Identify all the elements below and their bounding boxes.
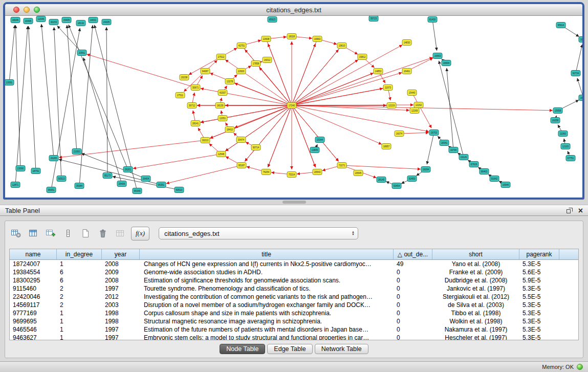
graph-node[interactable]: 18132: [76, 20, 85, 26]
graph-node[interactable]: 16702: [429, 130, 439, 136]
column-header-out_de[interactable]: △ out_de...: [394, 249, 432, 259]
tab-node-table[interactable]: Node Table: [220, 344, 265, 354]
graph-node[interactable]: 16746: [579, 37, 582, 42]
graph-node[interactable]: 19610: [337, 43, 346, 49]
graph-node[interactable]: 20543: [313, 169, 322, 175]
graph-node[interactable]: 35084: [75, 183, 84, 189]
graph-node[interactable]: 91642: [490, 176, 499, 182]
graph-node[interactable]: 42007: [218, 90, 227, 96]
graph-node[interactable]: 94087: [201, 69, 210, 74]
graph-node[interactable]: 92450: [407, 176, 417, 182]
graph-node[interactable]: 67751: [566, 156, 575, 161]
graph-node[interactable]: 14031: [89, 17, 98, 23]
graph-node[interactable]: 18957: [382, 144, 391, 149]
canvas-horizontal-scrollbar[interactable]: [282, 201, 306, 204]
graph-node[interactable]: 28145: [377, 177, 386, 183]
graph-node[interactable]: 15440: [407, 90, 417, 96]
graph-node[interactable]: 11060: [558, 131, 568, 137]
graph-node[interactable]: 18341: [440, 140, 449, 146]
column-header-short[interactable]: short: [432, 249, 519, 259]
table-mode-button[interactable]: [9, 227, 23, 240]
new-table-button[interactable]: [79, 227, 92, 240]
graph-node[interactable]: 16946: [501, 182, 510, 188]
graph-node[interactable]: 90714: [251, 145, 260, 150]
graph-node[interactable]: 92734: [571, 71, 580, 76]
tab-edge-table[interactable]: Edge Table: [267, 344, 312, 354]
graph-node[interactable]: 95349: [133, 188, 142, 194]
graph-node[interactable]: 12162: [414, 102, 423, 108]
graph-node[interactable]: 35723: [369, 16, 378, 21]
table-row[interactable]: 977716911998Corpus callosum shape and si…: [10, 309, 578, 317]
table-row[interactable]: 946554611997Estimation of the future num…: [10, 325, 578, 334]
graph-node[interactable]: 13090: [16, 166, 25, 171]
graph-node[interactable]: 18410: [225, 127, 234, 133]
graph-node[interactable]: 26201: [123, 167, 133, 172]
graph-node[interactable]: 16012: [263, 57, 272, 63]
window-titlebar[interactable]: citations_edges.txt: [5, 4, 582, 16]
table-row[interactable]: 1830029562008Estimation of significance …: [10, 276, 578, 285]
graph-node[interactable]: 16461: [402, 69, 411, 74]
graph-node[interactable]: 72271: [337, 163, 346, 168]
graph-node[interactable]: 20495: [24, 18, 33, 24]
graph-node[interactable]: 18791: [31, 168, 40, 174]
network-canvas-svg[interactable]: 1724012219722712054375314762549518712548…: [5, 16, 582, 198]
graph-node[interactable]: 14830: [402, 40, 411, 46]
graph-node[interactable]: 20545: [354, 170, 363, 176]
graph-node[interactable]: 42751: [237, 43, 246, 49]
graph-node[interactable]: 30474: [236, 137, 246, 143]
graph-node[interactable]: 96463: [480, 169, 489, 174]
table-row[interactable]: 1872400712008Changes of HCN gene express…: [10, 260, 578, 268]
graph-node[interactable]: 16963: [313, 36, 322, 42]
graph-node[interactable]: 30671: [191, 85, 200, 91]
graph-node[interactable]: 18139: [215, 103, 225, 108]
table-row[interactable]: 911546021997Tourette syndrome. Phenomeno…: [10, 285, 578, 293]
add-column-button[interactable]: [44, 227, 57, 240]
graph-node[interactable]: 36712: [187, 103, 197, 108]
graph-node[interactable]: 15812: [358, 54, 367, 60]
graph-node[interactable]: 16694: [442, 60, 451, 66]
zoom-window-button[interactable]: [34, 7, 40, 13]
import-table-button[interactable]: [114, 227, 127, 240]
table-row[interactable]: 1938455462009Genome-wide association stu…: [10, 268, 578, 276]
graph-node[interactable]: 15405: [62, 17, 71, 23]
delete-table-button[interactable]: [96, 227, 110, 240]
graph-node[interactable]: 93454: [392, 183, 401, 189]
graph-node[interactable]: 85923: [268, 17, 277, 23]
graph-node[interactable]: 19126: [459, 155, 468, 160]
table-row[interactable]: 2242004622012Investigating the contribut…: [10, 293, 578, 301]
table-row[interactable]: 1456911722003Disruption of a novel membe…: [10, 301, 578, 309]
graph-node[interactable]: 12219: [387, 103, 396, 108]
table-row[interactable]: 969969511998Structural magnetic resonanc…: [10, 317, 578, 325]
tab-network-table[interactable]: Network Table: [315, 344, 368, 354]
graph-node[interactable]: 28141: [191, 121, 200, 126]
graph-node[interactable]: 67919: [469, 162, 478, 167]
graph-node[interactable]: 12051: [218, 116, 227, 121]
graph-node[interactable]: 24205: [102, 19, 111, 25]
graph-node[interactable]: 76254: [262, 169, 271, 175]
close-window-button[interactable]: [13, 7, 19, 13]
graph-node[interactable]: 15958: [553, 108, 562, 114]
graph-node[interactable]: 13091: [5, 80, 14, 85]
graph-node[interactable]: 15344: [315, 137, 324, 143]
graph-node[interactable]: 20561: [77, 50, 86, 56]
graph-node[interactable]: 95351: [157, 182, 166, 188]
graph-node[interactable]: 18246: [11, 17, 20, 23]
graph-node[interactable]: 13845: [310, 147, 319, 153]
network-canvas[interactable]: 1724012219722712054375314762549518712548…: [5, 16, 582, 198]
graph-node[interactable]: 30153: [49, 19, 58, 25]
float-panel-button[interactable]: [566, 207, 573, 214]
graph-node[interactable]: 12871: [11, 182, 20, 188]
column-header-title[interactable]: title: [140, 249, 394, 259]
graph-node[interactable]: 95187: [237, 163, 246, 168]
column-header-in_degree[interactable]: in_degree: [57, 249, 102, 259]
graph-node[interactable]: 20238: [180, 75, 189, 80]
column-list-button[interactable]: [61, 227, 75, 240]
graph-node[interactable]: 16258: [551, 118, 560, 123]
graph-node[interactable]: 22608: [262, 36, 271, 42]
graph-node[interactable]: 11973: [383, 85, 393, 91]
column-header-name[interactable]: name: [10, 249, 57, 259]
table-row[interactable]: 946362711997Embryonic stem cells: a mode…: [10, 334, 578, 340]
graph-node[interactable]: 16663: [433, 53, 442, 59]
column-header-year[interactable]: year: [102, 249, 140, 259]
graph-node[interactable]: 81430: [428, 17, 437, 23]
